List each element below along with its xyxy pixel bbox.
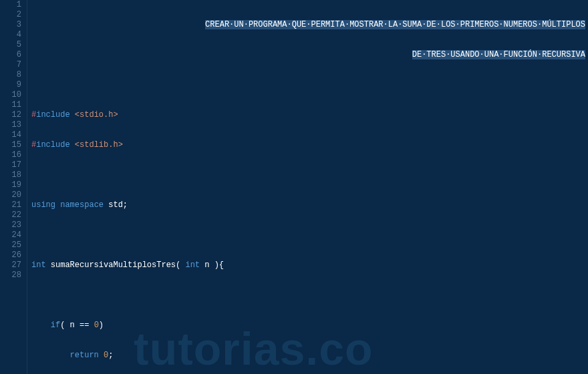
line-number: 8 xyxy=(0,70,21,80)
code-editor[interactable]: 1234567891011121314151617181920212223242… xyxy=(0,0,588,374)
code-area[interactable]: CREAR·UN·PROGRAMA·QUE·PERMITA·MOSTRAR·LA… xyxy=(27,0,588,374)
line-number: 4 xyxy=(0,30,21,40)
blank-line xyxy=(31,291,588,301)
line-number: 26 xyxy=(0,250,21,260)
line-number-gutter: 1234567891011121314151617181920212223242… xyxy=(0,0,27,374)
blank-line xyxy=(31,80,588,90)
func-decl-sumarecursiva: int sumaRecursivaMultiplosTres( int n ){ xyxy=(31,260,588,270)
return-zero: return 0; xyxy=(31,351,588,361)
line-number: 14 xyxy=(0,130,21,140)
line-number: 21 xyxy=(0,200,21,210)
line-number: 6 xyxy=(0,50,21,60)
include-stdio: #include <stdio.h> xyxy=(31,110,588,120)
line-number: 16 xyxy=(0,150,21,160)
line-number: 10 xyxy=(0,90,21,100)
line-number: 12 xyxy=(0,110,21,120)
line-number: 3 xyxy=(0,20,21,30)
include-stdlib: #include <stdlib.h> xyxy=(31,140,588,150)
line-number: 24 xyxy=(0,230,21,240)
line-number: 18 xyxy=(0,170,21,180)
line-number: 22 xyxy=(0,210,21,220)
blank-line xyxy=(31,170,588,180)
line-number: 25 xyxy=(0,240,21,250)
line-number: 9 xyxy=(0,80,21,90)
line-number: 23 xyxy=(0,220,21,230)
line-number: 20 xyxy=(0,190,21,200)
line-number: 15 xyxy=(0,140,21,150)
header-comment-2: DE·TRES·USANDO·UNA·FUNCIÓN·RECURSIVA xyxy=(412,50,585,59)
line-number: 11 xyxy=(0,100,21,110)
line-number: 2 xyxy=(0,10,21,20)
line-number: 28 xyxy=(0,270,21,280)
line-number: 17 xyxy=(0,160,21,170)
line-number: 7 xyxy=(0,60,21,70)
line-number: 1 xyxy=(0,0,21,10)
header-comment-1: CREAR·UN·PROGRAMA·QUE·PERMITA·MOSTRAR·LA… xyxy=(205,20,585,29)
using-namespace: using namespace std; xyxy=(31,200,588,210)
blank-line xyxy=(31,230,588,240)
line-number: 27 xyxy=(0,260,21,270)
line-number: 5 xyxy=(0,40,21,50)
line-number: 19 xyxy=(0,180,21,190)
line-number: 13 xyxy=(0,120,21,130)
if-stmt: if( n == 0) xyxy=(31,321,588,331)
